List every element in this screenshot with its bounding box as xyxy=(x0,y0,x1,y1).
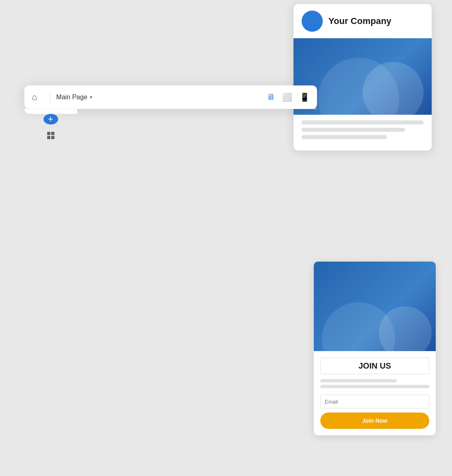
svg-rect-3 xyxy=(51,136,54,139)
join-card-body: JOIN US Join Now xyxy=(314,351,436,435)
company-line xyxy=(302,135,387,139)
tablet-icon[interactable]: ⬜ xyxy=(282,92,292,102)
company-line xyxy=(302,128,405,132)
mobile-icon[interactable]: 📱 xyxy=(300,92,310,102)
main-page-selector[interactable]: Main Page ▾ xyxy=(56,94,92,101)
company-name: Your Company xyxy=(328,16,391,26)
sidebar-grid-icon[interactable] xyxy=(42,131,60,140)
svg-rect-0 xyxy=(47,132,50,135)
editor-window: ⌂ Main Page ▾ 🖥 ⬜ 📱 + xyxy=(24,85,317,109)
join-email-input[interactable] xyxy=(320,395,429,408)
svg-rect-1 xyxy=(51,132,54,135)
join-card: JOIN US Join Now xyxy=(314,262,436,435)
company-header: Your Company xyxy=(293,4,432,38)
desktop-icon[interactable]: 🖥 xyxy=(267,92,275,102)
avatar xyxy=(302,11,323,32)
device-selector: 🖥 ⬜ 📱 xyxy=(267,92,310,102)
join-line xyxy=(320,385,429,388)
editor-toolbar: ⌂ Main Page ▾ 🖥 ⬜ 📱 xyxy=(24,85,317,109)
join-now-label: Join Now xyxy=(362,417,387,424)
company-card: Your Company xyxy=(293,4,432,151)
join-title: JOIN US xyxy=(320,358,429,374)
chevron-down-icon: ▾ xyxy=(90,94,92,100)
join-line xyxy=(320,379,397,382)
svg-rect-2 xyxy=(47,136,50,139)
toolbar-divider xyxy=(50,92,50,103)
home-icon[interactable]: ⌂ xyxy=(32,92,37,103)
join-card-banner xyxy=(314,262,436,351)
company-lines xyxy=(293,115,432,151)
company-line xyxy=(302,120,424,124)
add-button[interactable]: + xyxy=(43,114,58,124)
join-now-button[interactable]: Join Now xyxy=(320,413,429,429)
main-page-label: Main Page xyxy=(56,94,87,101)
sidebar: + xyxy=(24,109,77,114)
